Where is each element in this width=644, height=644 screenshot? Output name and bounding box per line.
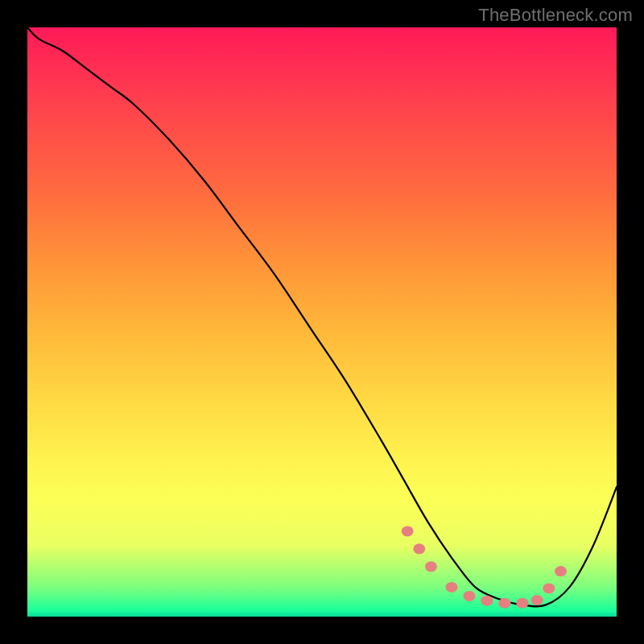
data-marker: [413, 543, 425, 554]
data-marker: [425, 561, 437, 572]
data-marker: [464, 591, 476, 601]
data-marker: [555, 566, 567, 576]
data-markers: [402, 526, 567, 608]
chart-svg: [27, 27, 617, 617]
bottleneck-curve: [27, 27, 617, 606]
data-marker: [402, 526, 414, 536]
data-marker: [516, 598, 528, 609]
data-marker: [446, 582, 458, 592]
data-marker: [498, 598, 510, 609]
data-marker: [543, 583, 555, 593]
data-marker: [481, 596, 493, 606]
data-marker: [531, 595, 543, 605]
plot-area: [27, 27, 617, 617]
chart-frame: TheBottleneck.com: [0, 0, 644, 644]
watermark-text: TheBottleneck.com: [478, 5, 633, 26]
